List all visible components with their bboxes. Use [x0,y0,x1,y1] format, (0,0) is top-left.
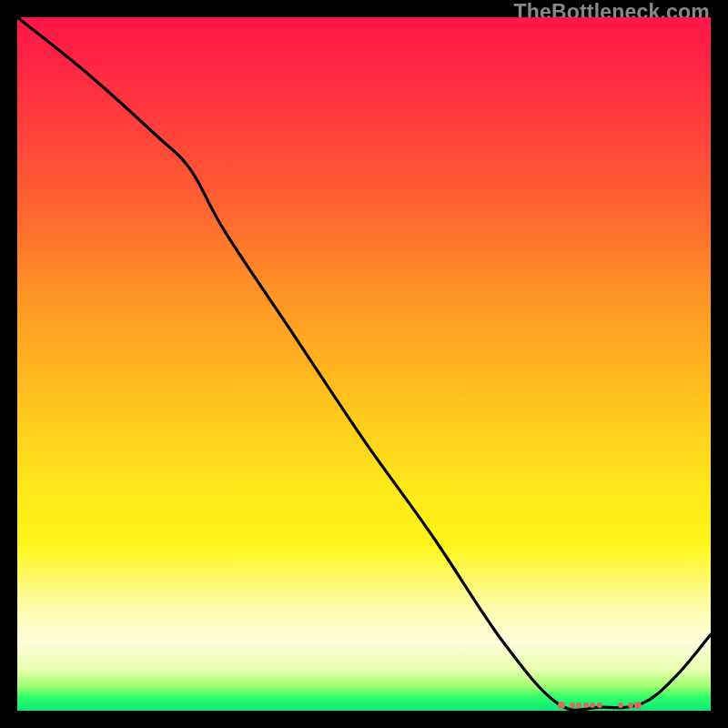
plot-area [17,17,711,711]
optimal-marker-dot [590,703,595,708]
optimal-marker-dot [634,702,642,709]
optimal-marker-dot [576,703,581,708]
optimal-marker-dot [570,703,575,708]
optimal-marker-dot [597,703,602,708]
chart-frame: TheBottleneck.com [0,0,728,728]
optimal-zone-markers [17,17,711,711]
optimal-marker-dot [618,703,623,708]
optimal-marker-dot [558,702,565,709]
optimal-marker-dot [583,703,589,708]
optimal-marker-dot [628,703,633,708]
